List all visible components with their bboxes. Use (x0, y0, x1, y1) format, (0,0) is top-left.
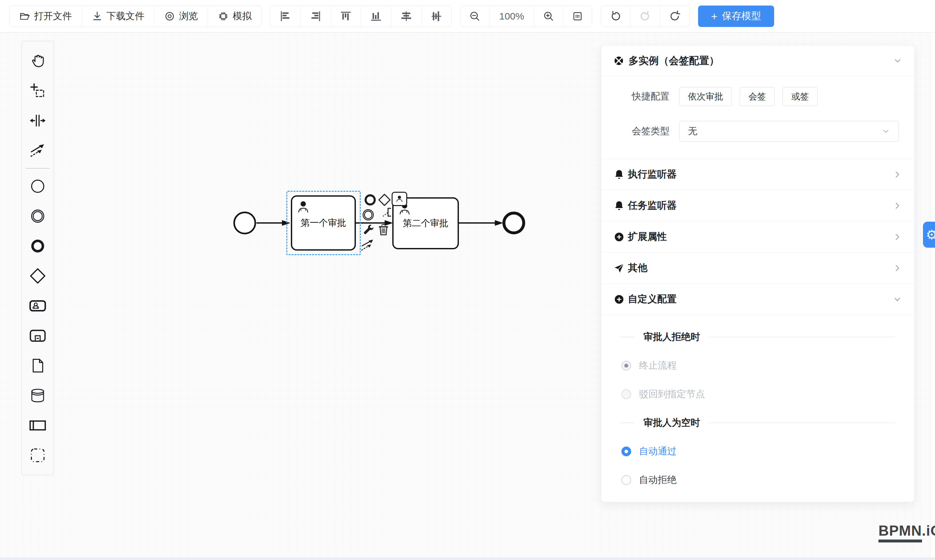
preview-button[interactable]: 浏览 (154, 6, 208, 27)
align-center-vertical-button[interactable] (421, 6, 451, 27)
append-intermediate-event-icon (361, 208, 375, 222)
space-tool-icon (29, 112, 46, 129)
create-participant[interactable] (22, 411, 54, 440)
align-right-button[interactable] (301, 6, 331, 27)
download-file-label: 下载文件 (107, 10, 144, 23)
section-label: 其他 (628, 261, 893, 275)
settings-side-tab[interactable]: ⚙ (923, 222, 935, 248)
select-value: 无 (688, 125, 882, 138)
open-file-button[interactable]: 打开文件 (9, 6, 82, 27)
file-button-group: 打开文件 下载文件 浏览 模拟 (9, 6, 261, 27)
align-left-button[interactable] (271, 6, 301, 27)
data-object-icon (29, 357, 46, 374)
align-top-button[interactable] (331, 6, 361, 27)
section-label: 扩展属性 (628, 230, 893, 243)
quick-config-label: 快捷配置 (632, 90, 669, 103)
save-model-button[interactable]: + 保存模型 (698, 6, 774, 27)
divider-line (621, 423, 634, 423)
create-gateway[interactable] (22, 261, 54, 291)
divider-line (621, 337, 634, 337)
create-data-object[interactable] (22, 351, 54, 381)
fit-viewport-icon (572, 11, 583, 22)
undo-button[interactable] (601, 6, 631, 27)
hand-tool[interactable] (22, 46, 54, 76)
horizontal-scrollbar-track[interactable] (0, 557, 935, 560)
quick-sequential-button[interactable]: 依次审批 (679, 87, 732, 106)
section-extended-properties[interactable]: 扩展属性 (601, 221, 914, 252)
plus-circle-icon (614, 231, 624, 243)
create-data-store[interactable] (22, 381, 54, 411)
chevron-down-icon[interactable] (893, 56, 903, 66)
append-text-annotation-icon (380, 205, 394, 222)
simulate-button[interactable]: 模拟 (208, 6, 261, 27)
data-store-icon (29, 388, 46, 404)
connect-tool-pad[interactable] (360, 238, 375, 252)
create-group[interactable] (22, 440, 54, 470)
zoom-in-button[interactable] (534, 6, 563, 27)
participant-icon (29, 417, 46, 434)
radio-icon[interactable] (621, 475, 631, 485)
panel-header-multi-instance[interactable]: 多实例（会签配置） (601, 46, 914, 76)
fit-viewport-button[interactable] (563, 6, 592, 27)
start-event-shape[interactable] (233, 212, 256, 234)
align-bottom-button[interactable] (361, 6, 391, 27)
radio-auto-reject[interactable]: 自动拒绝 (601, 474, 914, 486)
section-custom-config[interactable]: 自定义配置 (601, 283, 914, 315)
save-model-label: 保存模型 (722, 9, 761, 23)
create-intermediate-event[interactable] (22, 201, 54, 231)
quick-orsign-button[interactable]: 或签 (783, 87, 818, 106)
space-tool[interactable] (22, 106, 54, 135)
global-connect-tool[interactable] (22, 135, 54, 165)
open-file-label: 打开文件 (34, 10, 72, 23)
create-start-event[interactable] (22, 171, 54, 201)
bell-icon (614, 169, 624, 180)
radio-label: 自动通过 (639, 445, 677, 458)
section-execution-listener[interactable]: 执行监听器 (601, 158, 914, 190)
simulate-label: 模拟 (233, 10, 252, 23)
zoom-out-button[interactable] (460, 6, 489, 27)
append-intermediate-event[interactable] (361, 208, 375, 222)
change-type-wrench[interactable] (362, 224, 376, 238)
section-label: 任务监听器 (628, 199, 893, 212)
radio-return-to-node[interactable]: 驳回到指定节点 (601, 388, 914, 401)
history-button-group (601, 6, 690, 27)
intermediate-event-icon (29, 208, 46, 224)
redo-button[interactable] (631, 6, 660, 27)
radio-icon[interactable] (621, 446, 631, 456)
simulate-icon (218, 11, 229, 22)
gateway-icon (29, 267, 46, 285)
section-other[interactable]: 其他 (601, 252, 914, 283)
radio-terminate-process[interactable]: 终止流程 (601, 359, 914, 372)
radio-icon[interactable] (621, 361, 631, 371)
panel-sections: 执行监听器 任务监听器 扩展属性 其他 (601, 158, 914, 315)
lasso-tool[interactable] (22, 76, 54, 106)
align-center-horizontal-button[interactable] (391, 6, 421, 27)
task-label: 第二个审批 (394, 217, 458, 229)
multi-instance-icon (613, 55, 624, 67)
end-event-icon (29, 238, 46, 254)
append-user-task[interactable] (392, 192, 407, 206)
append-text-annotation[interactable] (380, 206, 394, 220)
align-center-vertical-icon (430, 10, 443, 23)
task-first-approval[interactable]: 第一个审批 (291, 195, 356, 251)
section-task-listener[interactable]: 任务监听器 (601, 190, 914, 221)
countersign-type-select[interactable]: 无 (679, 121, 899, 142)
section-label: 执行监听器 (628, 168, 893, 181)
radio-icon[interactable] (621, 389, 631, 399)
start-event-icon (29, 178, 46, 194)
create-subprocess[interactable] (22, 321, 54, 351)
vertical-scrollbar-track[interactable] (930, 32, 935, 557)
append-end-event[interactable] (363, 193, 377, 207)
bpmn-io-logo[interactable]: BPMN.iO (878, 523, 935, 542)
download-file-button[interactable]: 下载文件 (82, 6, 154, 27)
delete-trash[interactable] (376, 222, 391, 237)
restart-button[interactable] (660, 6, 689, 27)
quick-countersign-button[interactable]: 会签 (740, 87, 775, 106)
end-event-shape[interactable] (503, 212, 525, 234)
radio-auto-pass[interactable]: 自动通过 (601, 445, 914, 458)
empty-approver-heading: 审批人为空时 (601, 416, 914, 429)
append-end-event-icon (363, 193, 377, 207)
chevron-down-icon (882, 127, 890, 135)
create-end-event[interactable] (22, 231, 54, 261)
create-user-task[interactable] (22, 291, 54, 321)
